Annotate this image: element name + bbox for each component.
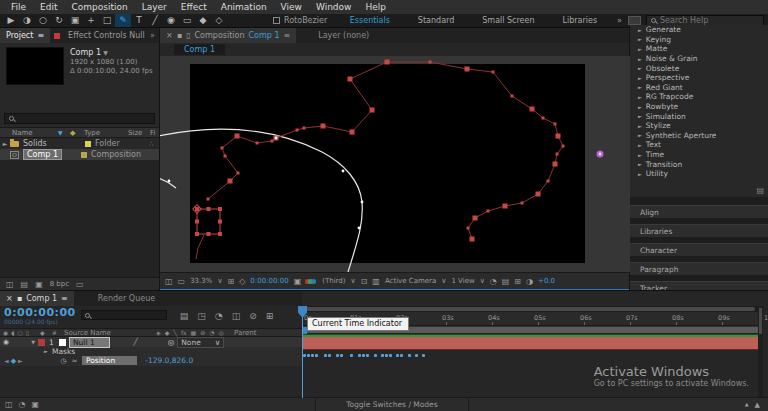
motion-blur-icon[interactable]: ⊘ bbox=[249, 311, 257, 321]
effects-category-rg-trapcode[interactable]: ►RG Trapcode bbox=[630, 92, 768, 102]
menu-view[interactable]: View bbox=[274, 2, 309, 12]
keyframe-dot[interactable] bbox=[422, 354, 425, 357]
expander-icon[interactable]: ► bbox=[0, 140, 10, 147]
hide-shy-icon[interactable]: ◔ bbox=[215, 311, 223, 321]
keyframe-dot[interactable] bbox=[389, 354, 392, 357]
effects-category-rowbyte[interactable]: ►Rowbyte bbox=[630, 102, 768, 112]
flowchart-icon[interactable]: ⊞ bbox=[514, 277, 521, 286]
current-timecode[interactable]: 0:00:00:00 bbox=[4, 308, 76, 317]
toggle-switches-modes-button[interactable]: Toggle Switches / Modes bbox=[315, 398, 468, 411]
lock-icon[interactable]: ▯ bbox=[186, 31, 190, 40]
prev-keyframe-icon[interactable]: ◄ bbox=[4, 357, 9, 364]
effects-category-perspective[interactable]: ►Perspective bbox=[630, 73, 768, 83]
project-search-input[interactable] bbox=[18, 114, 138, 123]
camera-tool-icon[interactable]: ▣ bbox=[67, 14, 83, 27]
rotation-tool-icon[interactable]: ↻ bbox=[51, 14, 67, 27]
position-value[interactable]: -129.0,826.0 bbox=[145, 356, 193, 365]
keyframe-dot[interactable] bbox=[400, 354, 403, 357]
menu-help[interactable]: Help bbox=[358, 2, 393, 12]
keyframe-dot[interactable] bbox=[374, 354, 377, 357]
project-search[interactable] bbox=[4, 113, 155, 124]
effects-category-text[interactable]: ►Text bbox=[630, 140, 768, 150]
pen-tool-icon[interactable]: ✎ bbox=[115, 14, 131, 27]
pixel-aspect-icon[interactable]: ▥ bbox=[372, 277, 380, 286]
tab-layer[interactable]: Layer (none) bbox=[296, 31, 391, 40]
keyframe-dot[interactable] bbox=[362, 354, 365, 357]
panel-header-align[interactable]: Align bbox=[630, 205, 768, 218]
chevron-down-icon[interactable]: ∨ bbox=[217, 277, 222, 285]
interpret-footage-icon[interactable]: ◫ bbox=[6, 280, 14, 289]
keyframe-dot[interactable] bbox=[366, 354, 369, 357]
fast-previews-icon[interactable]: ◔ bbox=[490, 277, 497, 286]
magnification-icon[interactable]: ▭ bbox=[178, 277, 186, 286]
keyframe-dot[interactable] bbox=[340, 354, 343, 357]
keyframe-dot[interactable] bbox=[396, 354, 399, 357]
eraser-tool-icon[interactable]: ▭ bbox=[179, 14, 195, 27]
zoom-in-icon[interactable]: ▲ bbox=[755, 401, 760, 409]
zoom-tool-icon[interactable]: ○ bbox=[35, 14, 51, 27]
effects-category-synthetic-aperture[interactable]: ►Synthetic Aperture bbox=[630, 131, 768, 141]
layer-label-swatch[interactable] bbox=[38, 339, 45, 346]
brush-tool-icon[interactable]: ╱ bbox=[147, 14, 163, 27]
project-row-solids[interactable]: ► Solids Folder ∴ bbox=[0, 138, 159, 149]
type-tool-icon[interactable]: T bbox=[131, 14, 147, 27]
menu-edit[interactable]: Edit bbox=[33, 2, 64, 12]
menu-composition[interactable]: Composition bbox=[65, 2, 135, 12]
label-swatch[interactable] bbox=[85, 141, 91, 147]
exposure-icon[interactable]: ◑ bbox=[526, 277, 533, 286]
tab-overflow-icon[interactable]: » bbox=[146, 31, 159, 40]
keyframe-dot[interactable] bbox=[324, 354, 327, 357]
clone-stamp-tool-icon[interactable]: ◉ bbox=[163, 14, 179, 27]
composition-viewer[interactable] bbox=[160, 56, 629, 272]
effects-category-noise-grain[interactable]: ►Noise & Grain bbox=[630, 54, 768, 64]
keyframe-dot[interactable] bbox=[415, 354, 418, 357]
keyframe-dot[interactable] bbox=[408, 354, 411, 357]
effects-category-transition[interactable]: ►Transition bbox=[630, 159, 768, 169]
tab-composition[interactable]: × ▪ ▯ Composition Comp 1 ≡ bbox=[160, 28, 296, 43]
trash-icon[interactable]: ▭ bbox=[76, 280, 84, 289]
bit-depth[interactable]: 8 bpc bbox=[50, 280, 69, 288]
shape-tool-icon[interactable]: □ bbox=[99, 14, 115, 27]
keyframe-dot[interactable] bbox=[350, 354, 353, 357]
keyframe-dot[interactable] bbox=[336, 354, 339, 357]
new-preset-icon[interactable]: ▤ bbox=[756, 186, 764, 195]
effects-category-matte[interactable]: ►Matte bbox=[630, 44, 768, 54]
close-icon[interactable]: × bbox=[166, 31, 173, 40]
masks-row[interactable]: ► Masks bbox=[0, 347, 302, 355]
expander-icon[interactable]: ► bbox=[44, 348, 52, 354]
chevron-down-icon[interactable]: ∨ bbox=[351, 277, 356, 285]
keyframe-dot[interactable] bbox=[381, 354, 384, 357]
effects-category-red-giant[interactable]: ►Red Giant bbox=[630, 83, 768, 93]
chevron-down-icon[interactable]: ∨ bbox=[480, 277, 485, 285]
tab-render-queue[interactable]: Render Queue bbox=[74, 294, 179, 303]
tab-effect-controls[interactable]: Effect Controls Null 1 bbox=[64, 31, 146, 40]
pan-behind-tool-icon[interactable]: + bbox=[83, 14, 99, 27]
keyframe-diamond-icon[interactable]: ◆ bbox=[11, 357, 16, 365]
viewer-tab-comp1[interactable]: Comp 1 bbox=[174, 44, 225, 55]
keyframe-dot[interactable] bbox=[303, 354, 306, 357]
menu-effect[interactable]: Effect bbox=[174, 2, 214, 12]
timeline-v-scrollbar[interactable] bbox=[758, 306, 763, 398]
view-layout-select[interactable]: 1 View bbox=[451, 277, 474, 285]
panel-header-libraries[interactable]: Libraries bbox=[630, 224, 768, 237]
tab-project[interactable]: Project ≡ bbox=[0, 28, 50, 43]
timeline-track-area[interactable]: 0s01s02s03s04s05s06s07s08s09s10s Current… bbox=[302, 291, 763, 398]
eye-icon[interactable]: ◉ bbox=[0, 338, 12, 346]
close-icon[interactable]: × bbox=[6, 294, 13, 303]
keyframe-dot[interactable] bbox=[311, 354, 314, 357]
selection-tool-icon[interactable]: ▶ bbox=[3, 14, 19, 27]
frame-blend-toggle-icon[interactable]: ◫ bbox=[5, 400, 13, 409]
workspace-libraries[interactable]: Libraries bbox=[549, 16, 612, 25]
position-row[interactable]: ◄ ◆ ► ◷ ≈ Position -129.0,826.0 bbox=[0, 355, 302, 366]
timeline-search-input[interactable] bbox=[93, 311, 159, 319]
new-folder-icon[interactable]: ▤ bbox=[21, 280, 29, 289]
always-preview-icon[interactable]: ◫ bbox=[165, 277, 173, 286]
snapshot-icon[interactable]: ▣ bbox=[294, 277, 302, 286]
quality-slash-icon[interactable]: ╱ bbox=[130, 338, 142, 346]
hand-tool-icon[interactable]: ◑ bbox=[19, 14, 35, 27]
comp-name[interactable]: Comp 1 bbox=[70, 48, 101, 57]
workspace-overflow-icon[interactable]: » bbox=[611, 16, 628, 25]
timeline-columns-header[interactable]: ◉ ◖ ○ ▯ ◆ # Source Name ◈◆╲fx▦⊘◔◎ Parent bbox=[0, 328, 302, 337]
comp-canvas[interactable] bbox=[160, 56, 630, 272]
frame-blend-icon[interactable]: ◫ bbox=[232, 311, 241, 321]
